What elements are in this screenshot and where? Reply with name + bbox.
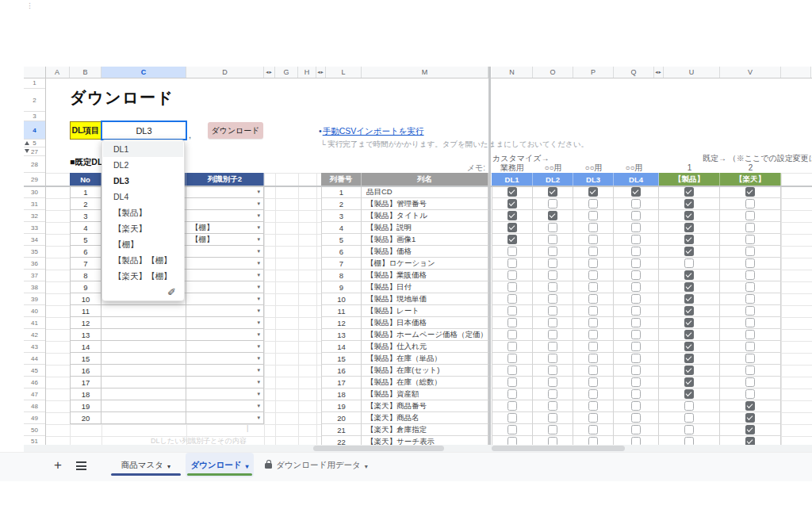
checkbox-checked[interactable]: [548, 187, 557, 197]
checkbox-unchecked[interactable]: [631, 235, 641, 244]
checkbox-unchecked[interactable]: [745, 377, 755, 387]
left-table-col2-cell[interactable]: ▾: [186, 305, 264, 317]
row-header-cell[interactable]: 31: [24, 198, 45, 210]
column-header-cell[interactable]: B: [70, 67, 102, 78]
left-table-col1-cell[interactable]: [102, 377, 186, 388]
left-table-no-cell[interactable]: 15: [70, 353, 102, 365]
dropdown-chevron-icon[interactable]: ▾: [257, 379, 260, 385]
left-table-col1-cell[interactable]: [102, 317, 186, 329]
column-header-cell[interactable]: [781, 67, 811, 78]
left-table-no-cell[interactable]: 5: [70, 234, 102, 246]
dropdown-chevron-icon[interactable]: ▾: [257, 201, 260, 207]
tab-product-master[interactable]: 商品マスタ: [109, 453, 182, 477]
checkbox-unchecked[interactable]: [631, 354, 641, 363]
row-header-cell[interactable]: 46: [24, 377, 45, 388]
checkbox-unchecked[interactable]: [588, 223, 598, 232]
left-table-no-cell[interactable]: 17: [70, 377, 102, 388]
all-sheets-button[interactable]: [76, 461, 86, 473]
hidden-columns-indicator-icon[interactable]: ◂▸: [654, 67, 664, 78]
checkbox-checked[interactable]: [745, 187, 755, 197]
checkbox-checked[interactable]: [631, 187, 641, 197]
dropdown-item[interactable]: DL1: [103, 141, 183, 157]
column-header-cell[interactable]: G: [275, 67, 298, 78]
checkbox-unchecked[interactable]: [745, 199, 755, 209]
checkbox-unchecked[interactable]: [508, 342, 517, 351]
unhide-rows-up-icon[interactable]: [25, 141, 29, 145]
row-header-cell[interactable]: 33: [24, 222, 45, 234]
checkbox-unchecked[interactable]: [508, 318, 517, 327]
checkbox-unchecked[interactable]: [588, 211, 598, 220]
right-table-num-cell[interactable]: 20: [321, 412, 362, 424]
row-header-cell[interactable]: 50: [24, 424, 45, 436]
horizontal-scrollbar-thumb-left[interactable]: [313, 446, 444, 451]
left-table-no-cell[interactable]: 19: [70, 400, 102, 412]
left-table-col2-cell[interactable]: ▾: [186, 258, 264, 270]
left-table-col2-cell[interactable]: ▾: [186, 353, 264, 365]
dropdown-chevron-icon[interactable]: ▾: [257, 212, 260, 219]
checkbox-unchecked[interactable]: [631, 318, 641, 327]
checkbox-unchecked[interactable]: [684, 425, 694, 434]
checkbox-unchecked[interactable]: [548, 425, 557, 434]
add-sheet-button[interactable]: +: [49, 457, 67, 474]
checkbox-unchecked[interactable]: [588, 306, 598, 316]
left-table-no-cell[interactable]: 1: [70, 186, 102, 198]
checkbox-unchecked[interactable]: [588, 199, 598, 209]
right-table-num-cell[interactable]: 18: [321, 388, 362, 400]
left-table-no-cell[interactable]: 7: [70, 258, 102, 270]
dropdown-chevron-icon[interactable]: ▾: [257, 296, 260, 302]
left-table-no-cell[interactable]: 18: [70, 388, 102, 400]
checkbox-unchecked[interactable]: [548, 270, 557, 280]
checkbox-checked[interactable]: [684, 306, 694, 316]
left-table-col2-cell[interactable]: ▾: [186, 365, 264, 377]
right-table-name-cell[interactable]: 【製品】管理番号: [362, 198, 488, 210]
right-table-name-cell[interactable]: 【製品】業販価格: [362, 270, 488, 281]
right-table-name-cell[interactable]: 【楽天】商品名: [362, 412, 488, 424]
download-button[interactable]: ダウンロード: [208, 122, 263, 139]
left-table-col1-cell[interactable]: [102, 329, 186, 341]
dropdown-chevron-icon[interactable]: ▾: [257, 320, 260, 326]
row-header-cell[interactable]: 42: [24, 329, 45, 341]
column-header-cell[interactable]: M: [362, 67, 488, 78]
right-table-num-cell[interactable]: 14: [321, 341, 362, 353]
checkbox-unchecked[interactable]: [588, 366, 598, 375]
checkbox-unchecked[interactable]: [745, 306, 755, 316]
frozen-column-divider[interactable]: [488, 67, 491, 446]
checkbox-unchecked[interactable]: [508, 377, 517, 387]
checkbox-unchecked[interactable]: [745, 330, 755, 339]
checkbox-unchecked[interactable]: [508, 366, 517, 375]
checkbox-unchecked[interactable]: [631, 401, 641, 411]
right-table-name-cell[interactable]: 【製品】日付: [362, 281, 488, 293]
checkbox-checked[interactable]: [508, 187, 517, 197]
checkbox-unchecked[interactable]: [588, 318, 598, 327]
right-table-num-cell[interactable]: 19: [321, 400, 362, 412]
right-table-num-cell[interactable]: 10: [321, 293, 362, 305]
right-table-num-cell[interactable]: 8: [321, 270, 362, 281]
checkbox-checked[interactable]: [684, 318, 694, 327]
checkbox-unchecked[interactable]: [588, 425, 598, 434]
tab-download-data[interactable]: ダウンロード用データ: [260, 453, 373, 477]
checkbox-unchecked[interactable]: [548, 330, 557, 339]
checkbox-unchecked[interactable]: [548, 223, 557, 232]
left-table-no-cell[interactable]: 11: [70, 305, 102, 317]
right-table-name-cell[interactable]: 【製品】資産額: [362, 388, 488, 400]
column-header-cell[interactable]: L: [326, 67, 362, 78]
dropdown-item[interactable]: 【楽天】【棚】: [103, 268, 183, 284]
left-table-no-cell[interactable]: 3: [70, 210, 102, 222]
left-table-no-cell[interactable]: 10: [70, 293, 102, 305]
checkbox-unchecked[interactable]: [548, 366, 557, 375]
right-table-name-cell[interactable]: 【製品】仕入れ元: [362, 341, 488, 353]
checkbox-checked[interactable]: [684, 199, 694, 209]
right-table-num-cell[interactable]: 5: [321, 234, 362, 246]
checkbox-unchecked[interactable]: [745, 389, 755, 399]
right-table-name-cell[interactable]: 【製品】説明: [362, 222, 488, 234]
right-table-name-cell[interactable]: 【製品】現地単価: [362, 293, 488, 305]
checkbox-checked[interactable]: [588, 187, 598, 197]
right-table-num-cell[interactable]: 17: [321, 377, 362, 388]
tab-download[interactable]: ダウンロード: [186, 453, 254, 477]
checkbox-unchecked[interactable]: [548, 413, 557, 423]
row-header-cell[interactable]: 38: [24, 281, 45, 293]
right-table-num-cell[interactable]: 16: [321, 365, 362, 377]
column-header-cell[interactable]: N: [492, 67, 533, 78]
row-header-cell[interactable]: 36: [24, 258, 45, 270]
checkbox-unchecked[interactable]: [631, 223, 641, 232]
